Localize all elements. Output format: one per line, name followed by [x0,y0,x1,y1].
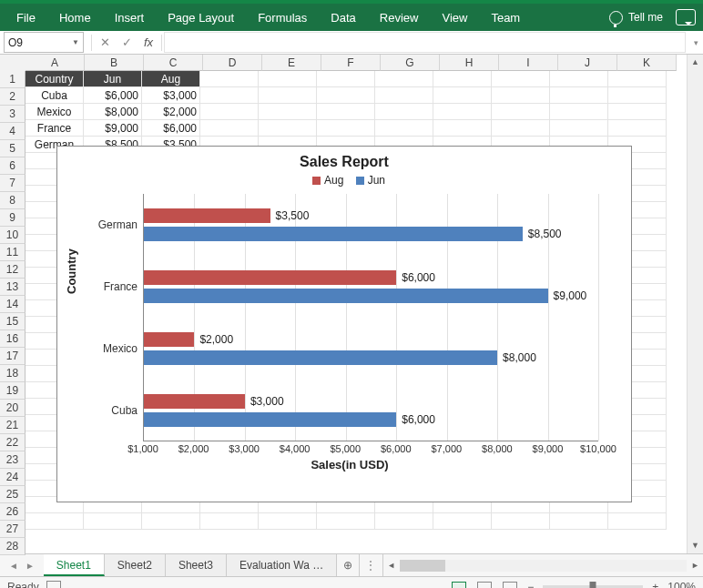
accept-formula-button[interactable]: ✓ [116,35,138,49]
row-header-23[interactable]: 23 [0,451,25,469]
cell-B2[interactable]: $6,000 [84,87,142,104]
cell-A3[interactable]: Mexico [25,104,84,120]
scroll-right-icon[interactable]: ► [688,561,703,570]
cell-C4[interactable]: $6,000 [142,120,200,137]
sheet-tab-1[interactable]: Sheet1 [44,554,105,576]
cell-K2[interactable] [608,87,667,104]
row-header-21[interactable]: 21 [0,417,25,434]
row-header-24[interactable]: 24 [0,469,25,486]
tab-page-layout[interactable]: Page Layout [158,5,243,30]
cell-D4[interactable] [200,120,259,137]
cell-E1[interactable] [259,71,317,87]
view-page-layout-button[interactable] [474,580,494,588]
cell-D2[interactable] [200,87,259,104]
cell-K1[interactable] [608,71,667,87]
row-header-26[interactable]: 26 [0,503,25,521]
add-sheet-button[interactable]: ⊕ [337,554,360,576]
col-header-I[interactable]: I [499,55,558,71]
formula-input[interactable] [164,32,686,53]
row-header-20[interactable]: 20 [0,400,25,417]
cell-C1[interactable]: Aug [142,71,200,87]
row-header-18[interactable]: 18 [0,365,25,382]
cell-I1[interactable] [492,71,550,87]
tab-view[interactable]: View [433,5,476,30]
cell-E3[interactable] [259,104,317,120]
row-header-7[interactable]: 7 [0,175,25,192]
row-header-8[interactable]: 8 [0,192,25,209]
cell-F1[interactable] [317,71,375,87]
cell-G2[interactable] [375,87,433,104]
tab-home[interactable]: Home [50,5,100,30]
row-header-3[interactable]: 3 [0,106,25,123]
row-header-6[interactable]: 6 [0,157,25,175]
col-header-K[interactable]: K [617,55,677,71]
row-header-17[interactable]: 17 [0,348,25,365]
col-header-G[interactable]: G [381,55,440,71]
cell-A2[interactable]: Cuba [25,87,84,104]
view-page-break-button[interactable] [500,580,520,588]
cell-C28[interactable] [142,513,200,530]
cell-A4[interactable]: France [25,120,84,137]
tab-formulas[interactable]: Formulas [249,5,316,30]
cell-A28[interactable] [25,513,84,530]
row-header-5[interactable]: 5 [0,140,25,157]
tell-me[interactable]: Tell me [609,11,663,25]
cell-H2[interactable] [433,87,492,104]
cell-A1[interactable]: Country [25,71,84,87]
row-header-2[interactable]: 2 [0,88,25,106]
row-header-4[interactable]: 4 [0,123,25,140]
cell-J2[interactable] [550,87,608,104]
col-header-F[interactable]: F [321,55,381,71]
formula-expand-icon[interactable]: ▾ [689,38,703,47]
cell-D28[interactable] [200,513,259,530]
column-headers[interactable]: ABCDEFGHIJK [25,55,677,71]
col-header-B[interactable]: B [85,55,144,71]
cell-K3[interactable] [608,104,667,120]
cell-I4[interactable] [492,120,550,137]
row-header-14[interactable]: 14 [0,296,25,313]
cell-K28[interactable] [608,513,667,530]
cell-J1[interactable] [550,71,608,87]
cell-B1[interactable]: Jun [84,71,142,87]
cell-G28[interactable] [375,513,433,530]
macro-record-icon[interactable] [46,581,61,588]
chevron-down-icon[interactable]: ▼ [72,38,79,46]
comment-icon[interactable] [676,9,696,25]
cell-E28[interactable] [259,513,317,530]
cancel-formula-button[interactable]: ✕ [94,35,116,49]
zoom-in-button[interactable]: + [652,581,658,588]
cell-F2[interactable] [317,87,375,104]
row-header-12[interactable]: 12 [0,261,25,279]
cell-E4[interactable] [259,120,317,137]
cell-H1[interactable] [433,71,492,87]
cell-J28[interactable] [550,513,608,530]
chart[interactable]: Sales Report Aug Jun Country $3,500$8,50… [56,146,632,502]
tab-review[interactable]: Review [371,5,428,30]
cell-B3[interactable]: $8,000 [84,104,142,120]
scroll-down-icon[interactable]: ▼ [688,538,703,553]
cell-B4[interactable]: $9,000 [84,120,142,137]
name-box[interactable]: O9 ▼ [4,32,84,53]
sheet-tab-2[interactable]: Sheet2 [105,554,166,576]
sheet-tab-3[interactable]: Sheet3 [166,554,227,576]
row-header-16[interactable]: 16 [0,330,25,348]
cell-H4[interactable] [433,120,492,137]
cell-E2[interactable] [259,87,317,104]
col-header-J[interactable]: J [558,55,617,71]
row-header-25[interactable]: 25 [0,486,25,503]
row-header-9[interactable]: 9 [0,209,25,227]
cell-G3[interactable] [375,104,433,120]
cell-I3[interactable] [492,104,550,120]
cell-F4[interactable] [317,120,375,137]
row-header-10[interactable]: 10 [0,227,25,244]
cell-B28[interactable] [84,513,142,530]
cell-G1[interactable] [375,71,433,87]
cell-D3[interactable] [200,104,259,120]
sheet-tabs-more[interactable]: ⋮ [360,554,382,576]
cell-D1[interactable] [200,71,259,87]
fx-button[interactable]: fx [138,35,159,49]
cell-J4[interactable] [550,120,608,137]
sheet-tab-4[interactable]: Evaluation Wa … [227,554,337,576]
vertical-scrollbar[interactable]: ▲ ▼ [687,55,703,553]
tab-team[interactable]: Team [482,5,529,30]
